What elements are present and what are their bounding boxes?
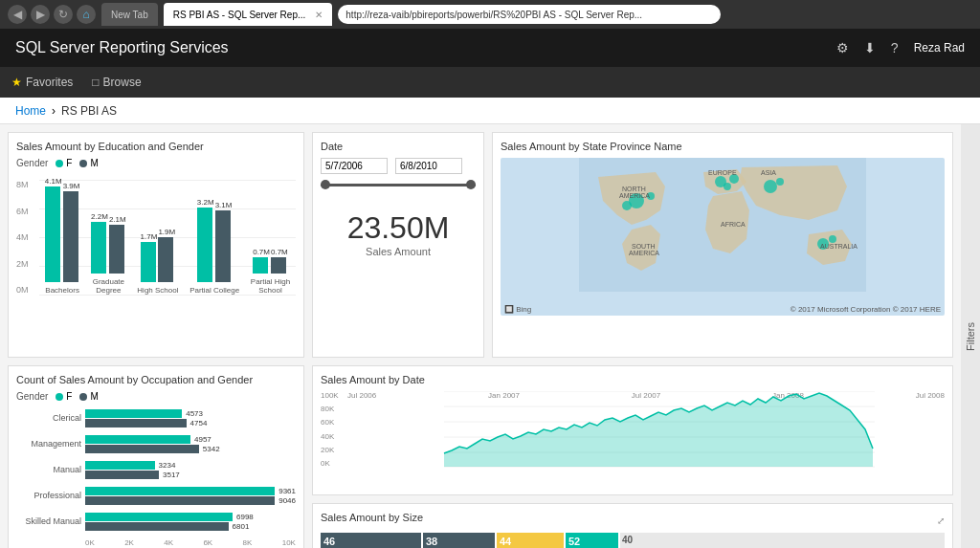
slider-thumb-left[interactable] — [321, 180, 330, 189]
bar-highschool-f — [141, 242, 156, 282]
settings-icon[interactable]: ⚙ — [836, 40, 849, 55]
refresh-button[interactable]: ↻ — [54, 5, 73, 24]
horiz-bar-clerical-m — [85, 419, 187, 427]
active-tab[interactable]: RS PBI AS - SQL Server Rep... ✕ — [164, 3, 333, 26]
browse-label: Browse — [103, 76, 142, 89]
horiz-label-professional: Professional — [16, 491, 81, 500]
bar-group-label-graduate: GraduateDegree — [93, 277, 124, 295]
horiz-bar-skilled-m — [85, 522, 229, 531]
horiz-chart-area: Clerical 4573 4754 Management — [16, 406, 296, 531]
inactive-tab[interactable]: New Tab — [101, 3, 158, 26]
breadcrumb-current: RS PBI AS — [61, 104, 117, 118]
treemap-cell-52[interactable]: 52 — [566, 533, 618, 548]
horiz-x-axis: 0K 2K 4K 6K 8K 10K — [16, 538, 296, 547]
horiz-label-manual: Manual — [16, 465, 81, 474]
browse-nav-item[interactable]: □ Browse — [92, 76, 141, 89]
horiz-bar-management-m — [85, 445, 199, 453]
bar-partialcollege-f — [197, 208, 212, 282]
date-inputs — [321, 158, 476, 174]
date-title: Date — [321, 141, 476, 152]
map-area[interactable]: NORTH AMERICA SOUTH AMERICA ASIA EUROPE … — [501, 158, 945, 316]
horiz-bar-professional-m — [85, 496, 275, 505]
horiz-val-clerical-m: 4754 — [190, 419, 208, 427]
map-title: Sales Amount by State Province Name — [501, 141, 945, 152]
treemap-panel: Sales Amount by Size ⤢ 46 42 38 — [312, 503, 953, 548]
svg-text:SOUTH: SOUTH — [632, 243, 656, 250]
svg-text:NORTH: NORTH — [622, 186, 646, 192]
favorites-nav-item[interactable]: ★ Favorites — [11, 76, 73, 89]
back-button[interactable]: ◀ — [8, 5, 27, 24]
sales-amount-label: Sales Amount — [321, 246, 476, 257]
horiz-bar-management-f — [85, 435, 190, 444]
bar-group-label-partialcollege: Partial College — [189, 286, 239, 295]
treemap-cell-38[interactable]: 38 — [423, 533, 495, 548]
chart2-legend-m: M — [79, 391, 98, 402]
sales-amount-number: 23.50M — [321, 210, 476, 246]
svg-marker-25 — [444, 393, 873, 467]
bar-partialcollege-m — [215, 210, 231, 282]
header-icons: ⚙ ⬇ ? Reza Rad — [836, 40, 965, 55]
breadcrumb: Home › RS PBI AS — [0, 98, 980, 124]
report-area: Sales Amount by Education and Gender Gen… — [0, 124, 961, 548]
report-row-2: Count of Sales Amount by Occupation and … — [8, 365, 953, 548]
horiz-label-skilled: Skilled Manual — [16, 516, 81, 526]
bar-group-highschool: 1.7M 1.9M High School — [137, 228, 178, 295]
line-y-axis: 100K 80K 60K 40K 20K 0K — [321, 391, 339, 468]
app-header: SQL Server Reporting Services ⚙ ⬇ ? Reza… — [0, 29, 980, 67]
filters-label[interactable]: Filters — [965, 322, 976, 351]
horiz-bar-clerical-f — [85, 409, 182, 418]
chart2-title: Count of Sales Amount by Occupation and … — [16, 374, 296, 385]
horiz-bar-professional-f — [85, 487, 275, 495]
map-bing: 🔲 Bing — [504, 305, 531, 314]
browse-icon: □ — [92, 76, 99, 89]
address-bar[interactable]: http://reza-vaib/pbireports/powerbi/RS%2… — [338, 5, 721, 24]
bar-group-label-bachelors: Bachelors — [45, 286, 79, 295]
legend-m-dot-2 — [79, 393, 87, 401]
treemap-cell-40[interactable]: 40 — [620, 533, 945, 548]
help-icon[interactable]: ? — [891, 40, 899, 55]
horiz-bar-manual-f — [85, 461, 155, 470]
slider-thumb-right[interactable] — [466, 180, 476, 189]
horiz-val-skilled-f: 6998 — [236, 513, 254, 521]
browser-chrome: ◀ ▶ ↻ ⌂ New Tab RS PBI AS - SQL Server R… — [0, 0, 980, 29]
home-button[interactable]: ⌂ — [77, 5, 96, 24]
app-title: SQL Server Reporting Services — [15, 39, 229, 56]
horiz-row-professional: Professional 9361 9046 — [85, 487, 296, 505]
bar-groups: 4.1M 3.9M Bachelors — [39, 180, 296, 295]
sales-by-education-panel: Sales Amount by Education and Gender Gen… — [8, 132, 304, 358]
date-slider[interactable] — [321, 180, 476, 191]
forward-button[interactable]: ▶ — [31, 5, 50, 24]
svg-point-8 — [776, 178, 784, 186]
date-start-input[interactable] — [321, 158, 388, 174]
download-icon[interactable]: ⬇ — [864, 40, 876, 55]
filters-panel[interactable]: Filters — [961, 124, 980, 548]
chart2-legend: Gender F M — [16, 391, 296, 402]
horiz-row-management: Management 4957 5342 — [85, 435, 296, 453]
map-panel: Sales Amount by State Province Name — [492, 132, 953, 358]
browser-navigation: ◀ ▶ ↻ ⌂ — [8, 5, 96, 24]
sales-by-occupation-panel: Count of Sales Amount by Occupation and … — [8, 365, 304, 548]
svg-text:ASIA: ASIA — [761, 169, 776, 176]
favorites-label: Favorites — [26, 76, 73, 89]
treemap-cell-46[interactable]: 46 42 — [321, 533, 421, 548]
date-end-input[interactable] — [395, 158, 462, 174]
svg-point-2 — [622, 201, 632, 210]
breadcrumb-home[interactable]: Home — [15, 104, 46, 118]
bar-graduate-f — [91, 222, 106, 274]
treemap-expand-icon[interactable]: ⤢ — [937, 515, 945, 526]
legend-f: F — [56, 158, 72, 168]
horiz-row-skilled: Skilled Manual 6998 6801 — [85, 513, 296, 531]
bar-group-label-partialhigh: Partial HighSchool — [251, 277, 290, 295]
legend-f-dot — [56, 160, 63, 167]
line-chart-panel: Sales Amount by Date 100K 80K 60K 40K 20… — [312, 365, 953, 495]
horiz-val-management-f: 4957 — [194, 435, 212, 444]
bar-group-partialcollege: 3.2M 3.1M Partial College — [189, 198, 239, 295]
horiz-val-skilled-m: 6801 — [233, 522, 250, 531]
bar-bachelors-f — [45, 186, 60, 282]
horiz-row-manual: Manual 3234 3517 — [85, 461, 296, 479]
svg-text:AUSTRALIA: AUSTRALIA — [820, 243, 858, 250]
date-panel: Date 23.50M Sales Amount — [312, 132, 484, 358]
horiz-bar-skilled-f — [85, 513, 233, 521]
treemap-cell-44[interactable]: 44 — [497, 533, 564, 548]
horiz-row-clerical: Clerical 4573 4754 — [85, 409, 296, 427]
